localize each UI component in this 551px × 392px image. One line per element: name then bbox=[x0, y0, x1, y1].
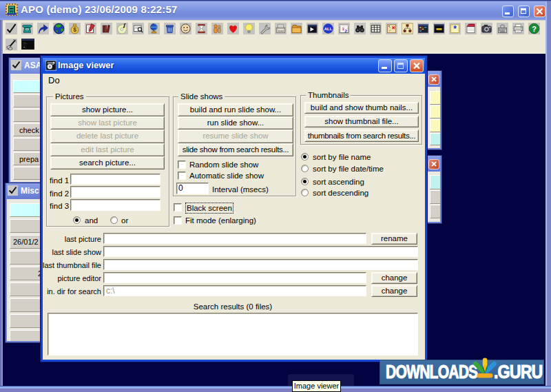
svg-text:?: ? bbox=[532, 25, 537, 33]
svg-text:$: $ bbox=[73, 26, 76, 33]
svg-text:ALL: ALL bbox=[324, 27, 333, 31]
svg-text:*: * bbox=[453, 24, 457, 34]
